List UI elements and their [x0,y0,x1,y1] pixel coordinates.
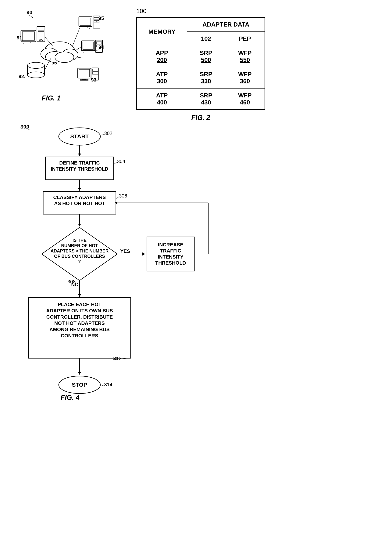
svg-marker-78 [78,224,81,227]
memory-table: MEMORY ADAPTER DATA 102 PEP APP200 SRP50… [136,17,265,110]
svg-line-34 [96,50,99,51]
svg-text:94: 94 [98,44,104,50]
fig2-table: 100 MEMORY ADAPTER DATA 102 PEP APP200 S… [136,8,265,122]
svg-line-43 [96,20,99,22]
svg-line-116 [100,385,104,386]
svg-text:AMONG REMAINING BUS: AMONG REMAINING BUS [49,327,110,332]
svg-text:INTENSITY: INTENSITY [158,254,183,260]
svg-rect-26 [78,68,91,78]
svg-rect-27 [79,69,89,77]
app200: 200 [157,57,167,63]
svg-line-62 [101,135,104,135]
table-row: ATP400 SRP430 WFP460 [137,88,265,110]
svg-text:STOP: STOP [72,381,87,388]
svg-rect-47 [81,28,89,29]
fig1-diagram: 90 91 92 96 93 [11,8,117,106]
svg-text:ADAPTER ON ITS OWN BUS: ADAPTER ON ITS OWN BUS [46,308,113,314]
svg-rect-38 [84,52,92,53]
svg-rect-29 [80,79,88,80]
ref-102: 102 [187,32,225,46]
svg-text:ADAPTERS > THE NUMBER: ADAPTERS > THE NUMBER [51,248,108,253]
svg-text:AS HOT OR NOT HOT: AS HOT OR NOT HOT [54,200,105,206]
svg-rect-32 [93,72,98,74]
svg-text:TRAFFIC: TRAFFIC [160,248,181,254]
wfp460: 460 [240,99,250,106]
svg-text:FIG. 1: FIG. 1 [42,94,61,102]
svg-point-23 [55,52,74,62]
svg-text:306: 306 [119,193,127,199]
svg-text:91: 91 [17,35,22,41]
svg-text:START: START [70,133,89,139]
svg-rect-9 [38,31,44,34]
svg-text:NUMBER OF HOT: NUMBER OF HOT [61,243,98,248]
atp300: 300 [157,78,167,85]
fig4-flowchart: 300 START 302 DEFINE TRAFFIC INTENSITY T… [11,121,239,511]
svg-text:IS THE: IS THE [73,238,87,243]
svg-rect-35 [81,41,95,51]
svg-text:INCREASE: INCREASE [158,242,183,247]
srp330: 330 [201,78,211,85]
adapter-data-header: ADAPTER DATA [187,17,265,32]
svg-text:302: 302 [104,130,112,136]
svg-line-54 [75,47,82,51]
svg-text:314: 314 [104,382,112,387]
svg-marker-71 [78,188,81,191]
fig2-label: FIG. 2 [136,114,265,122]
svg-rect-44 [79,17,92,27]
wfp550: 550 [240,57,250,63]
srp430: 430 [201,99,211,106]
svg-text:DEFINE TRAFFIC: DEFINE TRAFFIC [59,160,100,166]
svg-line-76 [116,197,119,199]
svg-text:PLACE EACH HOT: PLACE EACH HOT [58,302,101,307]
memory-header: MEMORY [137,17,187,46]
svg-text:300: 300 [20,124,29,130]
svg-text:CLASSIFY ADAPTERS: CLASSIFY ADAPTERS [53,195,106,200]
svg-text:THRESHOLD: THRESHOLD [155,260,186,266]
svg-text:FIG. 4: FIG. 4 [61,394,79,401]
svg-point-10 [39,39,41,41]
svg-rect-31 [93,69,98,71]
svg-rect-6 [24,43,33,44]
svg-marker-112 [78,372,81,375]
svg-text:304: 304 [117,158,125,164]
table-row: APP200 SRP500 WFP550 [137,46,265,67]
srp500: 500 [201,57,211,63]
svg-text:OF BUS CONTROLLERS: OF BUS CONTROLLERS [54,254,105,259]
svg-marker-64 [78,153,81,156]
svg-point-14 [28,62,45,68]
svg-rect-8 [38,28,44,31]
svg-rect-4 [22,32,34,40]
svg-text:NOT HOT ADAPTERS: NOT HOT ADAPTERS [54,320,105,326]
pep-label: PEP [239,35,251,42]
svg-rect-3 [21,30,36,42]
svg-text:CONTROLLERS: CONTROLLERS [61,333,98,338]
svg-line-55 [72,29,79,48]
svg-point-11 [42,39,43,41]
svg-text:?: ? [78,259,81,264]
svg-text:312: 312 [113,356,121,361]
svg-text:YES: YES [120,248,130,254]
fig2-ref-label: 100 [136,8,146,14]
svg-line-0 [29,15,33,18]
table-row: ATP300 SRP330 WFP360 [137,67,265,88]
svg-marker-101 [78,294,81,297]
svg-marker-88 [142,252,145,256]
svg-text:NO: NO [71,282,79,287]
fig1-ref: 90 [27,10,32,15]
svg-line-69 [114,163,117,164]
svg-point-15 [28,72,45,78]
ref-104: PEP [225,32,265,46]
svg-rect-40 [96,42,102,44]
svg-text:CONTROLLER. DISTRIBUTE: CONTROLLER. DISTRIBUTE [47,314,113,320]
svg-rect-36 [83,42,93,49]
wfp360: 360 [240,78,250,85]
svg-text:92: 92 [19,74,24,79]
svg-text:INTENSITY THRESHOLD: INTENSITY THRESHOLD [51,166,108,172]
atp400: 400 [157,99,167,106]
svg-rect-45 [80,18,91,25]
svg-line-51 [45,37,53,47]
